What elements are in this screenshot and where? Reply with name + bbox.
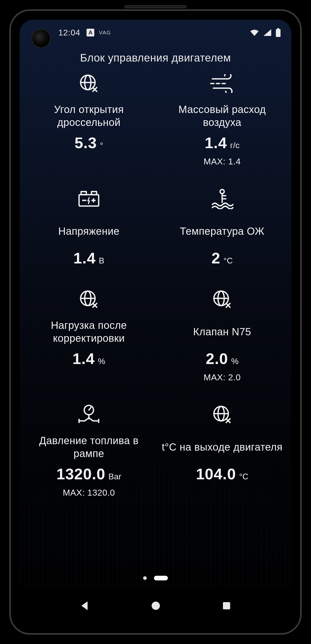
tile-unit: % bbox=[231, 357, 238, 366]
keyboard-badge: A bbox=[87, 29, 94, 36]
car-battery-icon bbox=[76, 187, 101, 210]
battery-icon bbox=[275, 28, 281, 37]
svg-rect-1 bbox=[276, 29, 281, 37]
svg-rect-38 bbox=[223, 602, 230, 609]
tile-unit: % bbox=[98, 357, 105, 366]
tile-mass-airflow[interactable]: Массовый расход воздуха 1.4 г/с MAX:1.4 bbox=[156, 72, 289, 166]
page-dot[interactable] bbox=[143, 576, 147, 580]
tile-unit: Bar bbox=[108, 472, 121, 481]
wind-icon bbox=[210, 72, 235, 95]
tile-throttle-angle[interactable]: Угол открытия дроссельной 5.3 ° bbox=[22, 72, 156, 166]
tile-unit: °C bbox=[223, 256, 233, 266]
tile-fuel-rail-pressure[interactable]: Давление топлива в рампе 1320.0 Bar MAX:… bbox=[22, 403, 156, 498]
tile-unit: г/с bbox=[230, 141, 240, 150]
tile-label: Давление топлива в рампе bbox=[27, 434, 151, 460]
svg-rect-0 bbox=[277, 28, 279, 29]
tile-max: MAX:1320.0 bbox=[63, 488, 115, 498]
tile-label: t°C на выходе двигателя bbox=[162, 434, 282, 460]
speaker-grille bbox=[125, 5, 186, 8]
pressure-gauge-icon bbox=[77, 403, 101, 426]
coolant-temp-icon bbox=[211, 187, 234, 210]
tile-label: Нагрузка после корректировки bbox=[27, 319, 151, 345]
nav-recent-button[interactable] bbox=[221, 600, 232, 612]
tile-unit: ° bbox=[100, 141, 103, 150]
sensor-grid: Угол открытия дроссельной 5.3 ° bbox=[20, 72, 291, 498]
tile-label: Угол открытия дроссельной bbox=[27, 103, 151, 129]
tile-value: 104.0 bbox=[196, 465, 236, 483]
screen: 12:04 A VAG Блок управления двигателем bbox=[20, 20, 291, 624]
nav-back-button[interactable] bbox=[79, 600, 91, 613]
svg-rect-8 bbox=[81, 192, 86, 195]
cell-signal-icon bbox=[263, 29, 272, 36]
tile-max: MAX:2.0 bbox=[204, 372, 241, 382]
globe-x-icon bbox=[79, 288, 99, 311]
tile-engine-out-temp[interactable]: t°C на выходе двигателя 104.0 °C bbox=[156, 403, 289, 498]
status-system-icons bbox=[250, 28, 281, 37]
globe-x-icon bbox=[212, 288, 232, 311]
nav-home-button[interactable] bbox=[150, 600, 162, 613]
tile-coolant-temp[interactable]: Температура ОЖ 2 °C bbox=[156, 187, 289, 267]
tile-label: Температура ОЖ bbox=[180, 218, 265, 244]
page-title: Блок управления двигателем bbox=[20, 46, 291, 72]
wifi-icon bbox=[250, 29, 259, 36]
svg-rect-9 bbox=[91, 192, 97, 195]
tile-label: Клапан N75 bbox=[193, 319, 251, 345]
page-indicator[interactable] bbox=[20, 576, 291, 580]
android-nav-bar bbox=[20, 588, 291, 624]
globe-x-icon bbox=[212, 403, 232, 426]
tile-voltage[interactable]: Напряжение 1.4 В bbox=[22, 187, 156, 267]
tile-unit: В bbox=[99, 256, 104, 266]
tile-value: 1.4 bbox=[73, 350, 95, 368]
status-carrier: VAG bbox=[99, 30, 111, 36]
tile-unit: °C bbox=[239, 472, 248, 481]
svg-point-37 bbox=[152, 602, 160, 610]
device-frame: 12:04 A VAG Блок управления двигателем bbox=[0, 0, 311, 644]
inner-frame: 12:04 A VAG Блок управления двигателем bbox=[9, 9, 302, 635]
tile-value: 1.4 bbox=[73, 249, 96, 267]
tile-value: 2 bbox=[212, 249, 220, 267]
tile-valve-n75[interactable]: Клапан N75 2.0 % MAX:2.0 bbox=[156, 288, 289, 382]
tile-label: Напряжение bbox=[58, 218, 120, 244]
status-bar: 12:04 A VAG bbox=[20, 20, 291, 46]
front-camera bbox=[32, 29, 51, 48]
svg-line-28 bbox=[89, 407, 91, 410]
tile-value: 1320.0 bbox=[56, 465, 105, 483]
tile-value: 2.0 bbox=[206, 350, 228, 368]
status-clock: 12:04 bbox=[58, 28, 80, 37]
page-dot-active[interactable] bbox=[154, 576, 168, 580]
tile-label: Массовый расход воздуха bbox=[160, 103, 284, 129]
tile-value: 1.4 bbox=[205, 134, 227, 152]
tile-load-corrected[interactable]: Нагрузка после корректировки 1.4 % bbox=[22, 288, 156, 382]
tile-value: 5.3 bbox=[74, 134, 97, 152]
tile-max: MAX:1.4 bbox=[204, 156, 241, 166]
globe-x-icon bbox=[79, 72, 99, 95]
